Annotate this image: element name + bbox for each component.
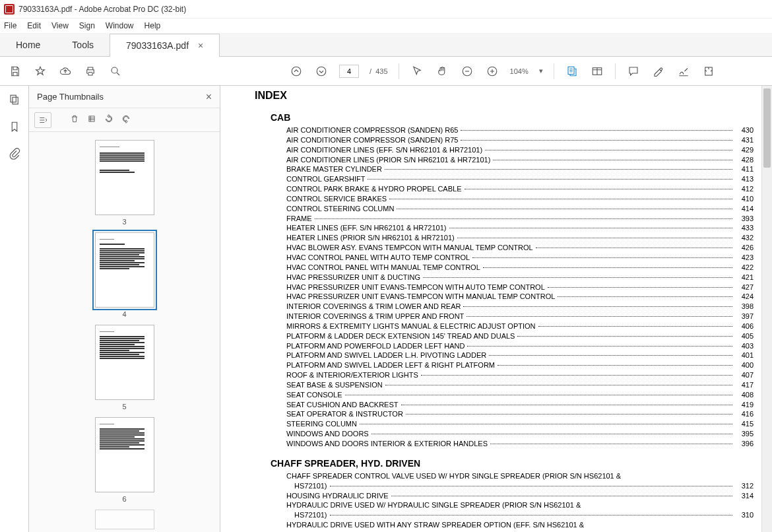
tab-tools[interactable]: Tools bbox=[56, 33, 110, 56]
index-entry: HVAC PRESSURIZER UNIT & DUCTING421 bbox=[286, 273, 754, 283]
page-number-input[interactable] bbox=[339, 65, 359, 78]
menu-sign[interactable]: Sign bbox=[79, 21, 95, 30]
toolbar: / 435 104% ▾ bbox=[0, 57, 772, 86]
thumbnails-title: Page Thumbnails bbox=[37, 92, 104, 102]
index-entry: SEAT CONSOLE408 bbox=[286, 390, 754, 400]
index-section-heading: CHAFF SPREADER, HYD. DRIVEN bbox=[271, 458, 754, 469]
index-entry-continuation: HS72101)310 bbox=[286, 510, 754, 520]
menu-edit[interactable]: Edit bbox=[27, 21, 41, 30]
index-entry: CONTROL GEARSHIFT413 bbox=[286, 174, 754, 184]
delete-icon[interactable] bbox=[70, 114, 79, 125]
bookmark-tab-icon[interactable] bbox=[9, 121, 20, 135]
thumbnail-label: 6 bbox=[122, 495, 126, 503]
thumbnail-item[interactable]: 5 bbox=[95, 325, 154, 411]
thumbnails-tab-icon[interactable] bbox=[9, 94, 20, 108]
index-entry: CONTROL SERVICE BRAKES410 bbox=[286, 194, 754, 204]
index-entry: AIR CONDITIONER LINES (EFF. S/N HR62101 … bbox=[286, 145, 754, 155]
index-entry: INTERIOR COVERINGS & TRIM UPPER AND FRON… bbox=[286, 312, 754, 321]
tab-home[interactable]: Home bbox=[0, 33, 56, 56]
thumbnails-panel: Page Thumbnails × 3 4 5 bbox=[29, 86, 220, 532]
index-entry: HVAC CONTROL PANEL WITH AUTO TEMP CONTRO… bbox=[286, 253, 754, 263]
index-entry: FRAME393 bbox=[286, 214, 754, 224]
vertical-scrollbar[interactable] bbox=[761, 86, 772, 532]
comment-icon[interactable] bbox=[626, 64, 641, 79]
index-entry: WINDOWS AND DOORS395 bbox=[286, 429, 754, 439]
thumbnail-item[interactable]: 4 bbox=[95, 232, 154, 318]
svg-point-1 bbox=[292, 67, 301, 76]
page-down-icon[interactable] bbox=[314, 64, 329, 79]
page-up-icon[interactable] bbox=[289, 64, 304, 79]
index-entry: HVAC CONTROL PANEL WITH MANUAL TEMP CONT… bbox=[286, 263, 754, 273]
organize-pages-icon[interactable] bbox=[565, 64, 579, 79]
index-entry: INTERIOR COVERINGS & TRIM LOWER AND REAR… bbox=[286, 302, 754, 312]
scrollbar-handle[interactable] bbox=[763, 88, 771, 168]
search-icon[interactable] bbox=[108, 64, 123, 79]
index-entry: CONTROL STEERING COLUMN414 bbox=[286, 204, 754, 214]
star-icon[interactable] bbox=[33, 64, 48, 79]
index-entry: AIR CONDITIONER COMPRESSOR (SANDEN) R654… bbox=[286, 125, 754, 135]
page-content: INDEXCABAIR CONDITIONER COMPRESSOR (SAND… bbox=[220, 86, 772, 532]
index-entry: ROOF & INTERIOR/EXTERIOR LIGHTS407 bbox=[286, 370, 754, 380]
index-entry: HEATER LINES (EFF. S/N HR62101 & HR72101… bbox=[286, 223, 754, 233]
index-entry: SEAT OPERATOR & INSTRUCTOR416 bbox=[286, 409, 754, 419]
index-entry: HOUSING HYDRAULIC DRIVE314 bbox=[286, 491, 754, 501]
index-entry: PLATFORM AND SWIVEL LADDER LEFT & RIGHT … bbox=[286, 360, 754, 370]
index-entry: AIR CONDITIONER LINES (PRIOR S/N HR62101… bbox=[286, 155, 754, 165]
index-entry: HVAC PRESSURIZER UNIT EVANS-TEMPCON WITH… bbox=[286, 292, 754, 302]
index-entry: HVAC BLOWER ASY. EVANS TEMPCON WITH MANU… bbox=[286, 243, 754, 253]
tab-document[interactable]: 79033163A.pdf× bbox=[110, 34, 220, 57]
index-entry: HYDRAULIC DRIVE USED W/ HYDRAULIC SINGLE… bbox=[286, 500, 754, 510]
index-entry: STEERING COLUMN415 bbox=[286, 419, 754, 429]
menu-window[interactable]: Window bbox=[106, 21, 134, 30]
cloud-upload-icon[interactable] bbox=[58, 64, 73, 79]
rotate-ccw-icon[interactable] bbox=[104, 114, 113, 125]
page-display-icon[interactable] bbox=[590, 64, 604, 79]
attachments-tab-icon[interactable] bbox=[9, 148, 20, 162]
thumbnail-item[interactable] bbox=[95, 510, 154, 529]
index-entry: SEAT BASE & SUSPENSION417 bbox=[286, 380, 754, 390]
print-icon[interactable] bbox=[83, 64, 98, 79]
thumbnails-header: Page Thumbnails × bbox=[29, 86, 220, 108]
zoom-dropdown-icon[interactable]: ▾ bbox=[539, 67, 543, 75]
close-panel-icon[interactable]: × bbox=[206, 91, 212, 103]
index-entry: BRAKE MASTER CYLINDER411 bbox=[286, 164, 754, 174]
options-icon[interactable] bbox=[34, 112, 51, 128]
title-bar: 79033163A.pdf - Adobe Acrobat Pro DC (32… bbox=[0, 0, 772, 18]
index-entry: WINDOWS AND DOORS INTERIOR & EXTERIOR HA… bbox=[286, 439, 754, 449]
thumbnail-label: 5 bbox=[122, 403, 126, 411]
svg-rect-8 bbox=[11, 95, 16, 102]
svg-point-0 bbox=[112, 67, 117, 73]
sidebar-rail bbox=[0, 86, 29, 532]
thumbnails-toolbar bbox=[29, 108, 220, 132]
pdf-app-icon bbox=[4, 4, 15, 15]
close-tab-icon[interactable]: × bbox=[198, 40, 203, 51]
thumbnail-label: 4 bbox=[122, 310, 126, 318]
document-view[interactable]: INDEXCABAIR CONDITIONER COMPRESSOR (SAND… bbox=[220, 86, 772, 532]
save-icon[interactable] bbox=[8, 64, 22, 79]
thumbnail-item[interactable]: 6 bbox=[95, 417, 154, 503]
thumbnails-list[interactable]: 3 4 5 6 bbox=[29, 132, 220, 532]
hand-icon[interactable] bbox=[435, 64, 449, 79]
more-tools-icon[interactable] bbox=[701, 64, 716, 79]
sign-icon[interactable] bbox=[676, 64, 691, 79]
svg-rect-10 bbox=[89, 116, 94, 121]
menu-help[interactable]: Help bbox=[145, 21, 161, 30]
thumbnail-item[interactable]: 3 bbox=[95, 140, 154, 226]
highlight-icon[interactable] bbox=[651, 64, 666, 79]
window-title: 79033163A.pdf - Adobe Acrobat Pro DC (32… bbox=[18, 5, 186, 14]
index-entry: CHAFF SPREADER CONTROL VALVE USED W/ HYD… bbox=[286, 471, 754, 481]
pointer-icon[interactable] bbox=[410, 64, 424, 79]
index-entry: PLATFORM & LADDER DECK EXTENSION 145' TR… bbox=[286, 331, 754, 341]
zoom-in-icon[interactable] bbox=[485, 64, 499, 79]
zoom-out-icon[interactable] bbox=[460, 64, 474, 79]
index-title: INDEX bbox=[255, 90, 754, 102]
index-entry: MIRRORS & EXTREMITY LIGHTS MANUAL & ELEC… bbox=[286, 321, 754, 331]
menu-view[interactable]: View bbox=[51, 21, 69, 30]
menu-file[interactable]: File bbox=[4, 21, 16, 30]
index-entry: HVAC PRESSURIZER UNIT EVANS-TEMPCON WITH… bbox=[286, 283, 754, 292]
svg-point-2 bbox=[317, 67, 326, 76]
print-pages-icon[interactable] bbox=[87, 114, 96, 125]
index-entry: PLATFORM AND SWIVEL LADDER L.H. PIVOTING… bbox=[286, 350, 754, 360]
thumbnail-label: 3 bbox=[122, 218, 126, 226]
rotate-cw-icon[interactable] bbox=[121, 114, 131, 125]
